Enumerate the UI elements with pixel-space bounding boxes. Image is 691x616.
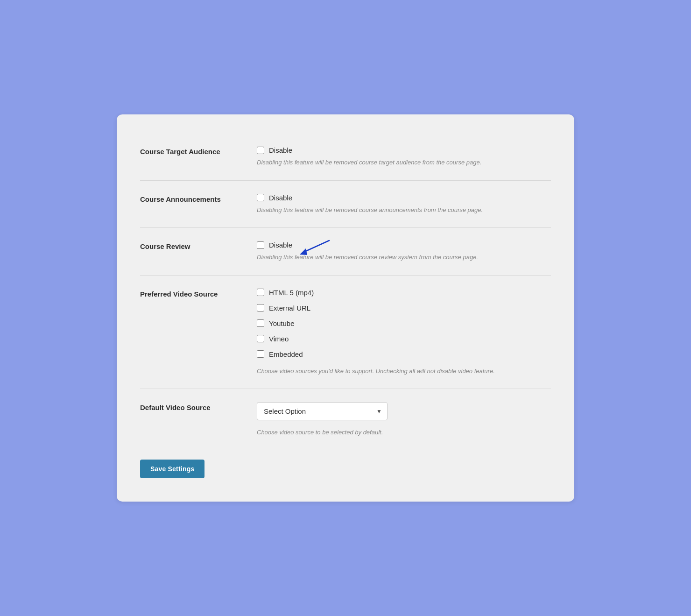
course-announcements-content: Disable Disabling this feature will be r… xyxy=(243,194,551,215)
course-review-checkbox[interactable] xyxy=(257,241,264,249)
course-announcements-checkbox-row: Disable xyxy=(257,194,551,202)
preferred-video-source-label: Preferred Video Source xyxy=(140,289,243,298)
video-option-youtube: Youtube xyxy=(257,319,551,327)
video-vimeo-label[interactable]: Vimeo xyxy=(269,335,289,343)
default-video-source-content: Select Option HTML 5 (mp4) External URL … xyxy=(243,402,551,437)
default-video-source-row: Default Video Source Select Option HTML … xyxy=(140,389,551,450)
course-review-checkbox-row: Disable xyxy=(257,241,551,249)
video-option-embedded: Embedded xyxy=(257,350,551,358)
video-option-html5: HTML 5 (mp4) xyxy=(257,289,551,297)
preferred-video-source-help: Choose video sources you'd like to suppo… xyxy=(257,367,551,376)
course-target-audience-checkbox[interactable] xyxy=(257,147,264,154)
course-target-audience-content: Disable Disabling this feature will be r… xyxy=(243,146,551,167)
video-html5-checkbox[interactable] xyxy=(257,289,264,296)
settings-card: Course Target Audience Disable Disabling… xyxy=(117,114,574,502)
course-announcements-row: Course Announcements Disable Disabling t… xyxy=(140,181,551,228)
course-announcements-help: Disabling this feature will be removed c… xyxy=(257,205,551,215)
course-review-checkbox-label[interactable]: Disable xyxy=(269,241,292,249)
course-announcements-checkbox-label[interactable]: Disable xyxy=(269,194,292,202)
course-review-help: Disabling this feature will be removed c… xyxy=(257,253,551,262)
save-settings-button[interactable]: Save Settings xyxy=(140,460,204,478)
course-target-audience-row: Course Target Audience Disable Disabling… xyxy=(140,133,551,181)
video-vimeo-checkbox[interactable] xyxy=(257,335,264,342)
course-target-audience-help: Disabling this feature will be removed c… xyxy=(257,158,551,167)
video-youtube-checkbox[interactable] xyxy=(257,319,264,327)
default-video-source-help: Choose video source to be selected by de… xyxy=(257,428,551,437)
video-options-list: HTML 5 (mp4) External URL Youtube Vimeo … xyxy=(257,289,551,362)
video-embedded-label[interactable]: Embedded xyxy=(269,350,303,358)
course-review-row: Course Review Disable Disabling this fea… xyxy=(140,228,551,276)
course-target-audience-checkbox-label[interactable]: Disable xyxy=(269,146,292,154)
default-video-source-select-wrapper: Select Option HTML 5 (mp4) External URL … xyxy=(257,402,388,420)
preferred-video-source-content: HTML 5 (mp4) External URL Youtube Vimeo … xyxy=(243,289,551,376)
video-external-url-checkbox[interactable] xyxy=(257,304,264,312)
svg-line-0 xyxy=(303,241,329,252)
course-review-content: Disable Disabling this feature will be r… xyxy=(243,241,551,262)
preferred-video-source-row: Preferred Video Source HTML 5 (mp4) Exte… xyxy=(140,276,551,389)
video-html5-label[interactable]: HTML 5 (mp4) xyxy=(269,289,314,297)
course-announcements-label: Course Announcements xyxy=(140,194,243,203)
course-review-label: Course Review xyxy=(140,241,243,250)
default-video-source-label: Default Video Source xyxy=(140,402,243,411)
default-video-source-select[interactable]: Select Option HTML 5 (mp4) External URL … xyxy=(257,402,388,420)
video-external-url-label[interactable]: External URL xyxy=(269,304,310,312)
course-announcements-checkbox[interactable] xyxy=(257,194,264,201)
course-target-audience-checkbox-row: Disable xyxy=(257,146,551,154)
course-target-audience-label: Course Target Audience xyxy=(140,146,243,156)
video-youtube-label[interactable]: Youtube xyxy=(269,319,295,327)
video-option-external-url: External URL xyxy=(257,304,551,312)
video-option-vimeo: Vimeo xyxy=(257,335,551,343)
video-embedded-checkbox[interactable] xyxy=(257,350,264,358)
